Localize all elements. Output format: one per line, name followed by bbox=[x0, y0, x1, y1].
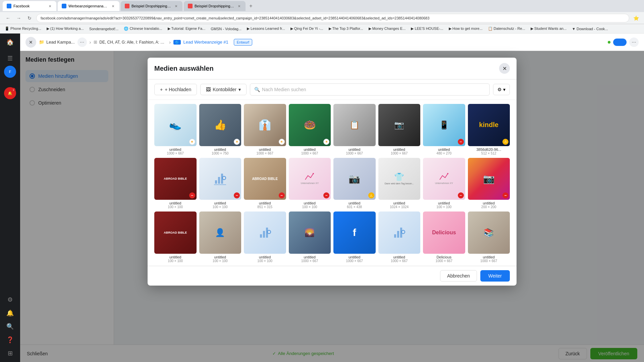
tab-dropship1[interactable]: Beispiel Dropshipping Store... ✕ bbox=[121, 1, 182, 11]
media-item-15[interactable]: 📷 − untitled 200 × 200 bbox=[468, 158, 510, 209]
filter-button[interactable]: ⚙ ▾ bbox=[493, 84, 510, 95]
dropship2-favicon bbox=[188, 4, 193, 8]
tab-ads-label: Werbeanzeigenmanager - W... bbox=[68, 4, 109, 8]
svg-point-6 bbox=[447, 173, 448, 174]
nav-campaign-item[interactable]: 🔷 Lead Werbeanzeige #1 bbox=[173, 40, 228, 45]
badge-2: ★ bbox=[279, 139, 285, 145]
media-item-2[interactable]: 👔 ★ untitled 1000 × 667 bbox=[244, 104, 286, 155]
media-item-10[interactable]: ABROAD BIBLE − untitled 851 × 315 bbox=[244, 158, 286, 209]
tab-dropship1-close[interactable]: ✕ bbox=[174, 4, 178, 8]
media-thumb-9: − bbox=[199, 158, 241, 200]
upload-button[interactable]: + + Hochladen bbox=[154, 84, 197, 95]
sidebar-help-icon[interactable]: ❓ bbox=[4, 334, 16, 346]
sidebar-notification-icon[interactable]: 🔔 1 bbox=[4, 87, 16, 99]
media-name-10: untitled bbox=[244, 201, 286, 205]
media-item-0[interactable]: 👟 ★ untitled 1000 × 667 bbox=[154, 104, 197, 155]
media-item-17[interactable]: 👤 untitled 100 × 100 bbox=[199, 212, 241, 263]
badge-15: − bbox=[502, 192, 508, 198]
media-item-3[interactable]: 🍩 ★ untitled 1000 × 667 bbox=[289, 104, 331, 155]
extensions-btn[interactable]: ⭐ bbox=[632, 14, 640, 22]
bookmark-sonder[interactable]: Sonderangebot!... bbox=[87, 26, 120, 32]
tab-ads-close[interactable]: ✕ bbox=[111, 4, 115, 8]
media-item-22[interactable]: Delicious Delicious 1000 × 667 bbox=[423, 212, 465, 263]
media-thumb-6: 📱 − bbox=[423, 104, 465, 146]
badge-14: − bbox=[458, 192, 464, 198]
media-item-4[interactable]: 📋 untitled 1000 × 667 bbox=[333, 104, 376, 155]
bookmark-top3[interactable]: ▶ The Top 3 Platfor... bbox=[327, 26, 365, 32]
url-bar[interactable]: facebook.com/adsmanager/manage/ads/edit?… bbox=[36, 14, 629, 22]
media-info-20: untitled 1000 × 667 bbox=[333, 255, 376, 263]
cancel-button[interactable]: Abbrechen bbox=[440, 270, 477, 282]
nav-folder-item[interactable]: 📁 Lead Kampa... bbox=[39, 40, 75, 45]
bookmark-chinese[interactable]: 🌐 Chinese translatio... bbox=[122, 26, 164, 32]
bookmark-datenschutz[interactable]: 📋 Datenschutz - Re... bbox=[486, 26, 527, 32]
bookmark-lee[interactable]: ▶ LEE'S HOUSE-... bbox=[409, 26, 445, 32]
media-info-2: untitled 1000 × 667 bbox=[244, 147, 286, 155]
media-dims-13: 1024 × 1024 bbox=[378, 205, 421, 209]
sidebar-search-icon[interactable]: 🔍 bbox=[4, 320, 16, 333]
sidebar-bell-icon[interactable]: 🔔 bbox=[4, 307, 16, 319]
nav-adset-item[interactable]: ⊞ DE, CH, AT, G: Alle, I: Fashion, A: 25… bbox=[94, 40, 166, 45]
media-item-7[interactable]: kindle ⚠ 3856d620-96... 512 × 512 bbox=[468, 104, 510, 155]
media-item-13[interactable]: 👕 Dann wird dem Tag beson... untitled 10… bbox=[378, 158, 421, 209]
media-item-6[interactable]: 📱 − untitled 480 × 270 bbox=[423, 104, 465, 155]
media-item-12[interactable]: 📷 ⚠ untitled 601 × 438 bbox=[333, 158, 376, 209]
media-item-19[interactable]: 🌄 untitled 1000 × 667 bbox=[289, 212, 331, 263]
badge-1: ★ bbox=[234, 139, 240, 145]
media-item-5[interactable]: 📷 untitled 1000 × 667 bbox=[378, 104, 421, 155]
folder-more-button[interactable]: ··· bbox=[77, 38, 87, 47]
media-item-9[interactable]: − untitled 100 × 100 bbox=[199, 158, 241, 209]
tab-dropship2-close[interactable]: ✕ bbox=[237, 4, 241, 8]
sidebar-avatar[interactable]: F bbox=[4, 66, 16, 78]
toggle-switch[interactable] bbox=[613, 39, 627, 46]
bookmark-how[interactable]: ▶ (1) How Working a... bbox=[45, 26, 86, 32]
nav-close-button[interactable]: ✕ bbox=[25, 37, 36, 48]
account-images-label: Kontobilder bbox=[213, 87, 236, 92]
bookmark-phone[interactable]: 📱 Phone Recycling... bbox=[3, 26, 43, 32]
new-tab-button[interactable]: + bbox=[247, 2, 255, 10]
media-thumb-19: 🌄 bbox=[289, 212, 331, 254]
sidebar-home-icon[interactable]: 🏠 bbox=[4, 36, 16, 48]
media-item-20[interactable]: f untitled 1000 × 667 bbox=[333, 212, 376, 263]
sidebar-grid-icon[interactable]: ⊞ bbox=[4, 347, 16, 359]
tab-dropship2[interactable]: Beispiel Dropshipping Store ✕ bbox=[184, 1, 246, 11]
next-button[interactable]: Weiter bbox=[480, 270, 510, 282]
bookmark-gmsn[interactable]: GMSN - Volodag... bbox=[209, 26, 244, 32]
bookmark-qing[interactable]: ▶ Qing Fei De Yi -... bbox=[288, 26, 325, 32]
tab-facebook-close[interactable]: ✕ bbox=[48, 4, 52, 8]
media-item-8[interactable]: ABROAD BIBLE − untitled 100 × 100 bbox=[154, 158, 197, 209]
media-item-14[interactable]: Unternehmen XY − untitled 100 × 100 bbox=[423, 158, 465, 209]
forward-nav-button[interactable]: → bbox=[15, 14, 23, 22]
bookmark-download[interactable]: ▼ Download - Cook... bbox=[570, 26, 610, 32]
reload-button[interactable]: ↻ bbox=[25, 14, 34, 22]
app-area: 🏠 ☰ F 🔔 1 ⚙ 🔔 🔍 ❓ ⊞ ✕ 📁 Lead Kampa... ··… bbox=[0, 34, 644, 362]
media-item-21[interactable]: untitled 1000 × 667 bbox=[378, 212, 421, 263]
media-thumb-3: 🍩 ★ bbox=[289, 104, 331, 146]
bookmarks-bar: 📱 Phone Recycling... ▶ (1) How Working a… bbox=[0, 24, 644, 34]
account-images-button[interactable]: 🖼 Kontobilder ▾ bbox=[200, 84, 247, 95]
more-actions-button[interactable]: ··· bbox=[629, 38, 639, 47]
media-item-1[interactable]: 👍 ★ untitled 1000 × 750 bbox=[199, 104, 241, 155]
breadcrumb-sep1: › bbox=[90, 40, 91, 45]
bookmark-lessons[interactable]: ▶ Lessons Learned fr... bbox=[245, 26, 287, 32]
media-info-12: untitled 601 × 438 bbox=[333, 201, 376, 209]
media-item-16[interactable]: ABROAD BIBLE untitled 100 × 100 bbox=[154, 212, 197, 263]
tab-ads-manager[interactable]: Werbeanzeigenmanager - W... ✕ bbox=[58, 1, 119, 11]
media-item-23[interactable]: 📚 untitled 1000 × 667 bbox=[468, 212, 510, 263]
sidebar-menu-icon[interactable]: ☰ bbox=[4, 52, 16, 64]
media-search-bar[interactable]: 🔍 Nach Medien suchen bbox=[250, 83, 490, 96]
bookmark-money[interactable]: ▶ Money Changes E... bbox=[367, 26, 408, 32]
bookmark-more[interactable]: ▶ How to get more... bbox=[447, 26, 485, 32]
media-item-18[interactable]: untitled 100 × 100 bbox=[244, 212, 286, 263]
modal-close-button[interactable]: ✕ bbox=[499, 63, 510, 74]
tab-facebook[interactable]: Facebook ✕ bbox=[3, 1, 56, 11]
sidebar-settings-icon[interactable]: ⚙ bbox=[4, 294, 16, 306]
svg-rect-0 bbox=[215, 180, 217, 184]
media-name-13: untitled bbox=[378, 201, 421, 205]
bookmark-tutorial[interactable]: ▶ Tutorial: Eigene Fa... bbox=[166, 26, 208, 32]
bookmark-student[interactable]: ▶ Student Wants an... bbox=[529, 26, 569, 32]
media-thumb-5: 📷 bbox=[378, 104, 421, 146]
media-name-9: untitled bbox=[199, 201, 241, 205]
media-item-11[interactable]: Unternehmen XY − untitled 100 × 100 bbox=[289, 158, 331, 209]
back-nav-button[interactable]: ← bbox=[4, 14, 12, 22]
